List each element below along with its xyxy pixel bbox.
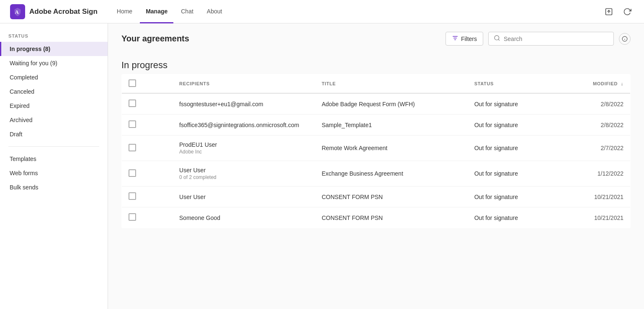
sidebar-item-web-forms[interactable]: Web forms — [0, 166, 108, 180]
sort-arrow-icon: ↓ — [621, 81, 623, 86]
page-title: Your agreements — [121, 34, 189, 43]
row-checkbox-cell — [122, 135, 173, 161]
search-box — [488, 32, 614, 46]
nav-home[interactable]: Home — [111, 0, 138, 23]
row-checkbox-cell — [122, 93, 173, 115]
filters-button[interactable]: Filters — [446, 32, 483, 46]
table-row: User User 0 of 2 completed Exchange Busi… — [122, 161, 631, 186]
filter-icon — [452, 35, 459, 43]
col-header-recipients[interactable]: Recipients — [173, 74, 315, 94]
row-modified-3: 1/12/2022 — [559, 161, 630, 186]
row-checkbox-cell — [122, 207, 173, 228]
export-button[interactable] — [602, 5, 616, 18]
table-row: fssogntestuser+eu1@gmail.com Adobe Badge… — [122, 93, 631, 115]
svg-text:A: A — [15, 9, 19, 15]
row-status-1: Out for signature — [468, 115, 559, 135]
sidebar-item-canceled[interactable]: Canceled — [0, 84, 108, 99]
sidebar-item-waiting[interactable]: Waiting for you (9) — [0, 56, 108, 70]
table-row: fsoffice365@signintegrations.onmicrosoft… — [122, 115, 631, 135]
filters-label: Filters — [461, 36, 477, 42]
nav-about[interactable]: About — [201, 0, 228, 23]
section-title: In progress — [121, 60, 631, 71]
content-header: Your agreements Filters — [108, 23, 644, 51]
table-container: Recipients Title Status Modified ↓ — [108, 74, 644, 242]
row-checkbox-2[interactable] — [129, 144, 136, 151]
row-recipient-5: Someone Good — [173, 207, 315, 228]
recipient-sub-3: 0 of 2 completed — [179, 174, 308, 180]
brand-icon: A — [10, 4, 25, 19]
row-checkbox-1[interactable] — [129, 120, 136, 128]
row-checkbox-3[interactable] — [129, 169, 136, 177]
brand: A Adobe Acrobat Sign — [10, 4, 98, 19]
recipient-sub-2: Adobe Inc — [179, 149, 308, 155]
row-modified-1: 2/8/2022 — [559, 115, 630, 135]
content-area: Your agreements Filters — [108, 23, 644, 309]
row-checkbox-5[interactable] — [129, 213, 136, 221]
sidebar-item-in-progress[interactable]: In progress (8) — [0, 42, 108, 56]
row-recipient-2: ProdEU1 User Adobe Inc — [173, 135, 315, 161]
row-recipient-0: fssogntestuser+eu1@gmail.com — [173, 93, 315, 115]
search-icon — [494, 35, 500, 43]
table-header-row: Recipients Title Status Modified ↓ — [122, 74, 631, 94]
svg-line-7 — [498, 39, 500, 41]
row-recipient-1: fsoffice365@signintegrations.onmicrosoft… — [173, 115, 315, 135]
col-header-title[interactable]: Title — [315, 74, 468, 94]
sidebar-item-draft[interactable]: Draft — [0, 127, 108, 141]
sidebar-item-archived[interactable]: Archived — [0, 113, 108, 127]
sidebar-item-templates[interactable]: Templates — [0, 152, 108, 166]
row-status-2: Out for signature — [468, 135, 559, 161]
col-header-modified[interactable]: Modified ↓ — [559, 74, 630, 94]
row-title-2: Remote Work Agreement — [315, 135, 468, 161]
row-checkbox-cell — [122, 161, 173, 186]
row-checkbox-4[interactable] — [129, 192, 136, 200]
sidebar-item-bulk-sends[interactable]: Bulk sends — [0, 180, 108, 194]
nav-chat[interactable]: Chat — [175, 0, 199, 23]
col-header-status[interactable]: Status — [468, 74, 559, 94]
brand-name: Adobe Acrobat Sign — [29, 8, 98, 16]
row-title-5: CONSENT FORM PSN — [315, 207, 468, 228]
topbar-right — [602, 5, 634, 18]
refresh-button[interactable] — [621, 5, 634, 18]
recipient-primary-2: ProdEU1 User — [179, 141, 308, 148]
row-modified-5: 10/21/2021 — [559, 207, 630, 228]
main-nav: Home Manage Chat About — [111, 0, 228, 23]
svg-point-6 — [495, 36, 499, 40]
topbar: A Adobe Acrobat Sign Home Manage Chat Ab… — [0, 0, 644, 23]
recipient-primary-5: Someone Good — [179, 215, 308, 221]
section-title-row: In progress — [108, 51, 644, 74]
row-status-0: Out for signature — [468, 93, 559, 115]
table-row: User User CONSENT FORM PSN Out for signa… — [122, 186, 631, 207]
table-row: ProdEU1 User Adobe Inc Remote Work Agree… — [122, 135, 631, 161]
recipient-primary-3: User User — [179, 167, 308, 174]
row-status-5: Out for signature — [468, 207, 559, 228]
nav-manage[interactable]: Manage — [140, 0, 173, 23]
recipient-primary-1: fsoffice365@signintegrations.onmicrosoft… — [179, 122, 308, 128]
sidebar-item-expired[interactable]: Expired — [0, 99, 108, 113]
row-modified-4: 10/21/2021 — [559, 186, 630, 207]
status-section-header: Status — [0, 33, 108, 42]
row-recipient-4: User User — [173, 186, 315, 207]
sidebar-sub-section: Templates Web forms Bulk sends — [0, 152, 108, 194]
row-checkbox-cell — [122, 186, 173, 207]
row-modified-0: 2/8/2022 — [559, 93, 630, 115]
row-checkbox-cell — [122, 115, 173, 135]
sidebar: Status In progress (8) Waiting for you (… — [0, 23, 108, 309]
row-recipient-3: User User 0 of 2 completed — [173, 161, 315, 186]
row-status-3: Out for signature — [468, 161, 559, 186]
select-all-checkbox[interactable] — [129, 79, 136, 87]
recipient-primary-4: User User — [179, 194, 308, 200]
info-button[interactable] — [619, 33, 631, 45]
row-title-4: CONSENT FORM PSN — [315, 186, 468, 207]
row-modified-2: 2/7/2022 — [559, 135, 630, 161]
sidebar-item-completed[interactable]: Completed — [0, 70, 108, 84]
col-header-check — [122, 74, 173, 94]
header-actions: Filters — [446, 32, 631, 46]
row-checkbox-0[interactable] — [129, 100, 136, 107]
agreements-table: Recipients Title Status Modified ↓ — [121, 74, 631, 228]
row-title-3: Exchange Business Agreement — [315, 161, 468, 186]
table-row: Someone Good CONSENT FORM PSN Out for si… — [122, 207, 631, 228]
recipient-primary-0: fssogntestuser+eu1@gmail.com — [179, 101, 308, 107]
search-input[interactable] — [504, 36, 608, 42]
row-title-0: Adobe Badge Request Form (WFH) — [315, 93, 468, 115]
row-status-4: Out for signature — [468, 186, 559, 207]
